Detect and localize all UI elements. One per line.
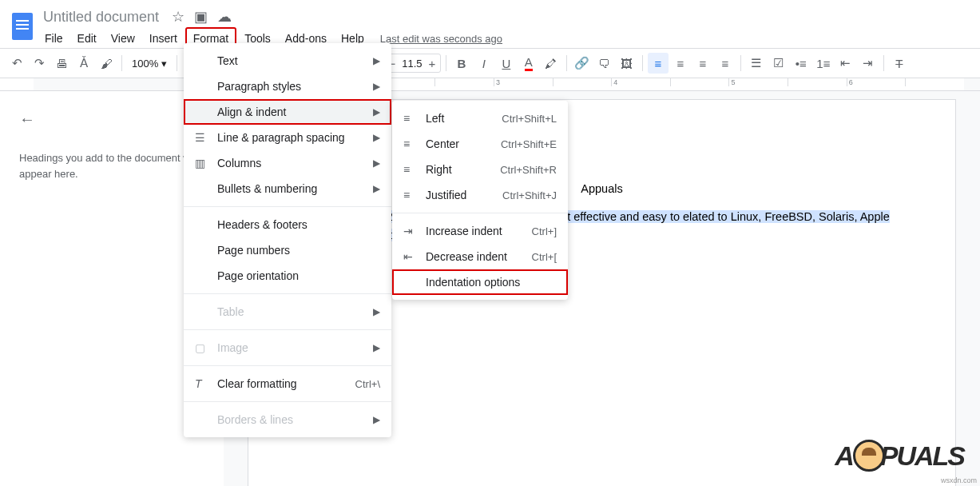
- document-title[interactable]: Untitled document: [38, 7, 164, 27]
- last-edit-link[interactable]: Last edit was seconds ago: [380, 33, 502, 45]
- indent-increase-icon: ⇥: [403, 225, 426, 237]
- format-clear[interactable]: TClear formattingCtrl+\: [184, 371, 391, 396]
- ruler-tick: 3: [494, 78, 553, 86]
- chevron-right-icon: ▶: [373, 132, 380, 143]
- format-menu-dropdown: Text▶ Paragraph styles▶ Align & indent▶ …: [184, 43, 391, 437]
- clear-format-icon: T: [195, 377, 217, 390]
- ruler-tick: [905, 78, 964, 86]
- header: Untitled document ☆ ▣ ☁ File Edit View I…: [0, 0, 980, 48]
- menu-insert[interactable]: Insert: [143, 29, 184, 48]
- separator: [121, 55, 122, 71]
- align-right[interactable]: ≡RightCtrl+Shift+R: [392, 157, 568, 182]
- cloud-icon[interactable]: ☁: [217, 8, 232, 26]
- underline-button[interactable]: U: [496, 53, 517, 74]
- columns-icon: ▥: [195, 157, 217, 169]
- separator: [184, 329, 391, 330]
- align-left[interactable]: ≡LeftCtrl+Shift+L: [392, 106, 568, 131]
- ruler-tick: 4: [611, 78, 670, 86]
- link-button[interactable]: 🔗: [572, 53, 593, 74]
- comment-button[interactable]: 🗨: [594, 53, 615, 74]
- title-area: Untitled document ☆ ▣ ☁ File Edit View I…: [38, 6, 974, 50]
- bold-button[interactable]: B: [451, 53, 472, 74]
- chevron-right-icon: ▶: [373, 157, 380, 169]
- menu-view[interactable]: View: [105, 29, 141, 48]
- ruler-tick: [670, 78, 729, 86]
- chevron-right-icon: ▶: [373, 55, 380, 66]
- paint-format-button[interactable]: 🖌: [96, 53, 117, 74]
- format-page-orientation[interactable]: Page orientation: [184, 263, 391, 289]
- bullet-list-button[interactable]: •≡: [791, 53, 811, 74]
- font-size-increase[interactable]: +: [424, 53, 440, 74]
- chevron-right-icon: ▶: [373, 414, 380, 425]
- menubar: File Edit View Insert Format Tools Add-o…: [38, 27, 974, 50]
- align-left-icon: ≡: [403, 112, 426, 125]
- separator: [184, 401, 391, 402]
- outline-hint: Headings you add to the document will ap…: [19, 150, 204, 181]
- separator: [883, 55, 884, 71]
- image-button[interactable]: 🖼: [617, 53, 637, 74]
- ruler-tick: 5: [728, 78, 788, 86]
- align-justified[interactable]: ≡JustifiedCtrl+Shift+J: [392, 182, 568, 208]
- line-spacing-icon: ☰: [195, 131, 217, 144]
- outline-back-arrow-icon[interactable]: ←: [19, 107, 204, 131]
- separator: [184, 293, 391, 294]
- docs-logo[interactable]: [6, 6, 38, 46]
- ruler[interactable]: 1 2 3 4 5 6: [34, 78, 980, 90]
- line-spacing-button[interactable]: ☰: [746, 53, 767, 74]
- format-line-spacing[interactable]: ☰Line & paragraph spacing▶: [184, 125, 391, 150]
- checklist-button[interactable]: ☑: [768, 53, 789, 74]
- menu-edit[interactable]: Edit: [71, 29, 103, 48]
- toolbar: ↶ ↷ 🖶 Ǎ 🖌 100% ▾ − 11.5 + B I U A 🖍 🔗 🗨 …: [0, 48, 980, 78]
- clear-format-button[interactable]: T: [889, 53, 910, 74]
- menu-file[interactable]: File: [38, 29, 69, 48]
- highlight-button[interactable]: 🖍: [541, 53, 561, 74]
- decrease-indent-button[interactable]: ⇤: [835, 53, 856, 74]
- docs-logo-icon: [12, 13, 33, 40]
- format-bullets[interactable]: Bullets & numbering▶: [184, 176, 391, 201]
- format-headers-footers[interactable]: Headers & footers: [184, 212, 391, 237]
- decrease-indent[interactable]: ⇤Decrease indentCtrl+[: [392, 244, 568, 269]
- increase-indent-button[interactable]: ⇥: [858, 53, 879, 74]
- spellcheck-button[interactable]: Ǎ: [73, 53, 94, 74]
- print-button[interactable]: 🖶: [51, 53, 72, 74]
- undo-button[interactable]: ↶: [6, 53, 27, 74]
- brand-watermark: A: [835, 440, 964, 472]
- align-center-button[interactable]: ≡: [670, 53, 691, 74]
- align-right-icon: ≡: [403, 163, 426, 176]
- indent-decrease-icon: ⇤: [403, 250, 426, 263]
- font-size-control[interactable]: − 11.5 +: [383, 54, 441, 73]
- chevron-right-icon: ▶: [373, 81, 380, 92]
- outline-toggle[interactable]: [0, 78, 34, 90]
- increase-indent[interactable]: ⇥Increase indentCtrl+]: [392, 218, 568, 244]
- format-columns[interactable]: ▥Columns▶: [184, 150, 391, 176]
- separator: [446, 55, 446, 71]
- format-image: ▢Image▶: [184, 335, 391, 361]
- star-icon[interactable]: ☆: [172, 8, 184, 26]
- font-size-value[interactable]: 11.5: [400, 58, 424, 70]
- number-list-button[interactable]: 1≡: [813, 53, 834, 74]
- separator: [392, 213, 568, 213]
- align-justify-icon: ≡: [403, 189, 426, 201]
- align-right-button[interactable]: ≡: [692, 53, 713, 74]
- separator: [184, 365, 391, 366]
- align-left-button[interactable]: ≡: [648, 53, 669, 74]
- format-paragraph-styles[interactable]: Paragraph styles▶: [184, 74, 391, 99]
- image-icon: ▢: [195, 341, 217, 354]
- ruler-tick: [788, 78, 847, 86]
- ruler-tick: [434, 78, 494, 86]
- chevron-right-icon: ▶: [373, 306, 380, 317]
- format-align-indent[interactable]: Align & indent▶: [184, 99, 391, 125]
- indentation-options[interactable]: Indentation options: [392, 269, 568, 295]
- redo-button[interactable]: ↷: [29, 53, 50, 74]
- separator: [642, 55, 643, 71]
- text-color-button[interactable]: A: [518, 53, 539, 74]
- align-justify-button[interactable]: ≡: [715, 53, 736, 74]
- align-center[interactable]: ≡CenterCtrl+Shift+E: [392, 131, 568, 157]
- format-text[interactable]: Text▶: [184, 48, 391, 74]
- ruler-tick: 6: [847, 78, 906, 86]
- format-page-numbers[interactable]: Page numbers: [184, 237, 391, 263]
- move-icon[interactable]: ▣: [194, 8, 208, 26]
- italic-button[interactable]: I: [474, 53, 494, 74]
- separator: [566, 55, 567, 71]
- zoom-select[interactable]: 100% ▾: [127, 58, 172, 70]
